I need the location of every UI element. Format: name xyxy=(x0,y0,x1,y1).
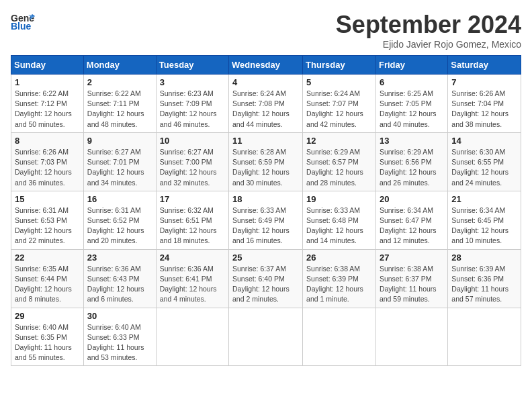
day-number: 1 xyxy=(15,77,80,87)
day-info: Sunrise: 6:37 AMSunset: 6:40 PMDaylight:… xyxy=(232,264,299,305)
day-number: 2 xyxy=(87,77,152,87)
day-info: Sunrise: 6:22 AMSunset: 7:11 PMDaylight:… xyxy=(87,89,152,130)
column-header-friday: Friday xyxy=(375,56,447,75)
calendar-day-cell xyxy=(448,308,521,366)
day-number: 23 xyxy=(87,253,152,263)
calendar-day-cell: 13Sunrise: 6:29 AMSunset: 6:56 PMDayligh… xyxy=(375,132,447,191)
day-number: 28 xyxy=(451,253,517,263)
day-number: 12 xyxy=(306,136,372,146)
calendar-day-cell: 22Sunrise: 6:35 AMSunset: 6:44 PMDayligh… xyxy=(11,249,84,308)
month-title: September 2024 xyxy=(336,11,521,39)
column-header-thursday: Thursday xyxy=(303,56,376,75)
day-info: Sunrise: 6:29 AMSunset: 6:57 PMDaylight:… xyxy=(306,147,372,188)
day-number: 4 xyxy=(232,77,299,87)
day-info: Sunrise: 6:27 AMSunset: 7:01 PMDaylight:… xyxy=(87,147,152,188)
day-info: Sunrise: 6:30 AMSunset: 6:55 PMDaylight:… xyxy=(451,147,517,188)
calendar-day-cell: 15Sunrise: 6:31 AMSunset: 6:53 PMDayligh… xyxy=(11,191,84,249)
day-number: 21 xyxy=(451,194,517,204)
calendar-header-row: SundayMondayTuesdayWednesdayThursdayFrid… xyxy=(11,56,521,75)
day-number: 30 xyxy=(87,311,152,321)
calendar-day-cell: 1Sunrise: 6:22 AMSunset: 7:12 PMDaylight… xyxy=(11,75,84,133)
day-info: Sunrise: 6:32 AMSunset: 6:51 PMDaylight:… xyxy=(160,205,225,246)
calendar-day-cell xyxy=(303,308,376,366)
column-header-monday: Monday xyxy=(83,56,156,75)
calendar-day-cell: 28Sunrise: 6:39 AMSunset: 6:36 PMDayligh… xyxy=(448,249,521,308)
day-number: 9 xyxy=(87,136,152,146)
day-info: Sunrise: 6:33 AMSunset: 6:49 PMDaylight:… xyxy=(232,205,299,246)
day-info: Sunrise: 6:26 AMSunset: 7:04 PMDaylight:… xyxy=(451,89,517,130)
title-block: September 2024 Ejido Javier Rojo Gomez, … xyxy=(336,11,521,50)
day-info: Sunrise: 6:25 AMSunset: 7:05 PMDaylight:… xyxy=(380,89,444,130)
day-number: 20 xyxy=(380,194,444,204)
day-number: 16 xyxy=(87,194,152,204)
day-number: 27 xyxy=(380,253,444,263)
calendar-day-cell: 18Sunrise: 6:33 AMSunset: 6:49 PMDayligh… xyxy=(229,191,303,249)
calendar-week-row: 1Sunrise: 6:22 AMSunset: 7:12 PMDaylight… xyxy=(11,75,521,133)
calendar-week-row: 29Sunrise: 6:40 AMSunset: 6:35 PMDayligh… xyxy=(11,308,521,366)
calendar-day-cell: 17Sunrise: 6:32 AMSunset: 6:51 PMDayligh… xyxy=(156,191,228,249)
calendar-day-cell: 10Sunrise: 6:27 AMSunset: 7:00 PMDayligh… xyxy=(156,132,228,191)
day-info: Sunrise: 6:22 AMSunset: 7:12 PMDaylight:… xyxy=(15,89,80,130)
day-number: 15 xyxy=(15,194,80,204)
calendar-day-cell: 9Sunrise: 6:27 AMSunset: 7:01 PMDaylight… xyxy=(83,132,156,191)
calendar-day-cell: 8Sunrise: 6:26 AMSunset: 7:03 PMDaylight… xyxy=(11,132,84,191)
day-number: 3 xyxy=(160,77,225,87)
day-number: 25 xyxy=(232,253,299,263)
column-header-tuesday: Tuesday xyxy=(156,56,228,75)
day-number: 10 xyxy=(160,136,225,146)
calendar-day-cell: 25Sunrise: 6:37 AMSunset: 6:40 PMDayligh… xyxy=(229,249,303,308)
calendar-day-cell: 27Sunrise: 6:38 AMSunset: 6:37 PMDayligh… xyxy=(375,249,447,308)
day-info: Sunrise: 6:36 AMSunset: 6:43 PMDaylight:… xyxy=(87,264,152,305)
day-number: 6 xyxy=(380,77,444,87)
calendar-day-cell: 11Sunrise: 6:28 AMSunset: 6:59 PMDayligh… xyxy=(229,132,303,191)
day-number: 13 xyxy=(380,136,444,146)
calendar-day-cell xyxy=(156,308,228,366)
day-info: Sunrise: 6:24 AMSunset: 7:08 PMDaylight:… xyxy=(232,89,299,130)
day-number: 17 xyxy=(160,194,225,204)
calendar-day-cell: 4Sunrise: 6:24 AMSunset: 7:08 PMDaylight… xyxy=(229,75,303,133)
day-info: Sunrise: 6:28 AMSunset: 6:59 PMDaylight:… xyxy=(232,147,299,188)
calendar-table: SundayMondayTuesdayWednesdayThursdayFrid… xyxy=(11,55,521,366)
day-info: Sunrise: 6:31 AMSunset: 6:53 PMDaylight:… xyxy=(15,205,80,246)
day-info: Sunrise: 6:35 AMSunset: 6:44 PMDaylight:… xyxy=(15,264,80,305)
calendar-day-cell: 20Sunrise: 6:34 AMSunset: 6:47 PMDayligh… xyxy=(375,191,447,249)
day-info: Sunrise: 6:31 AMSunset: 6:52 PMDaylight:… xyxy=(87,205,152,246)
calendar-week-row: 22Sunrise: 6:35 AMSunset: 6:44 PMDayligh… xyxy=(11,249,521,308)
location-subtitle: Ejido Javier Rojo Gomez, Mexico xyxy=(336,39,521,50)
calendar-day-cell: 2Sunrise: 6:22 AMSunset: 7:11 PMDaylight… xyxy=(83,75,156,133)
day-info: Sunrise: 6:38 AMSunset: 6:39 PMDaylight:… xyxy=(306,264,372,305)
day-info: Sunrise: 6:38 AMSunset: 6:37 PMDaylight:… xyxy=(380,264,444,305)
day-number: 7 xyxy=(451,77,517,87)
day-info: Sunrise: 6:24 AMSunset: 7:07 PMDaylight:… xyxy=(306,89,372,130)
calendar-day-cell: 21Sunrise: 6:34 AMSunset: 6:45 PMDayligh… xyxy=(448,191,521,249)
day-info: Sunrise: 6:27 AMSunset: 7:00 PMDaylight:… xyxy=(160,147,225,188)
calendar-day-cell: 26Sunrise: 6:38 AMSunset: 6:39 PMDayligh… xyxy=(303,249,376,308)
page-header: General Blue September 2024 Ejido Javier… xyxy=(11,11,521,50)
calendar-day-cell: 12Sunrise: 6:29 AMSunset: 6:57 PMDayligh… xyxy=(303,132,376,191)
column-header-wednesday: Wednesday xyxy=(229,56,303,75)
calendar-day-cell: 3Sunrise: 6:23 AMSunset: 7:09 PMDaylight… xyxy=(156,75,228,133)
day-number: 14 xyxy=(451,136,517,146)
day-info: Sunrise: 6:40 AMSunset: 6:33 PMDaylight:… xyxy=(87,322,152,363)
day-number: 19 xyxy=(306,194,372,204)
day-info: Sunrise: 6:36 AMSunset: 6:41 PMDaylight:… xyxy=(160,264,225,305)
calendar-day-cell: 5Sunrise: 6:24 AMSunset: 7:07 PMDaylight… xyxy=(303,75,376,133)
day-info: Sunrise: 6:23 AMSunset: 7:09 PMDaylight:… xyxy=(160,89,225,130)
day-info: Sunrise: 6:34 AMSunset: 6:47 PMDaylight:… xyxy=(380,205,444,246)
calendar-week-row: 8Sunrise: 6:26 AMSunset: 7:03 PMDaylight… xyxy=(11,132,521,191)
day-number: 24 xyxy=(160,253,225,263)
day-info: Sunrise: 6:34 AMSunset: 6:45 PMDaylight:… xyxy=(451,205,517,246)
day-number: 22 xyxy=(15,253,80,263)
calendar-day-cell: 29Sunrise: 6:40 AMSunset: 6:35 PMDayligh… xyxy=(11,308,84,366)
column-header-saturday: Saturday xyxy=(448,56,521,75)
day-number: 5 xyxy=(306,77,372,87)
calendar-day-cell: 6Sunrise: 6:25 AMSunset: 7:05 PMDaylight… xyxy=(375,75,447,133)
calendar-day-cell: 23Sunrise: 6:36 AMSunset: 6:43 PMDayligh… xyxy=(83,249,156,308)
calendar-day-cell: 24Sunrise: 6:36 AMSunset: 6:41 PMDayligh… xyxy=(156,249,228,308)
logo: General Blue xyxy=(11,11,35,31)
calendar-day-cell: 30Sunrise: 6:40 AMSunset: 6:33 PMDayligh… xyxy=(83,308,156,366)
day-info: Sunrise: 6:40 AMSunset: 6:35 PMDaylight:… xyxy=(15,322,80,363)
calendar-day-cell xyxy=(375,308,447,366)
calendar-week-row: 15Sunrise: 6:31 AMSunset: 6:53 PMDayligh… xyxy=(11,191,521,249)
column-header-sunday: Sunday xyxy=(11,56,84,75)
